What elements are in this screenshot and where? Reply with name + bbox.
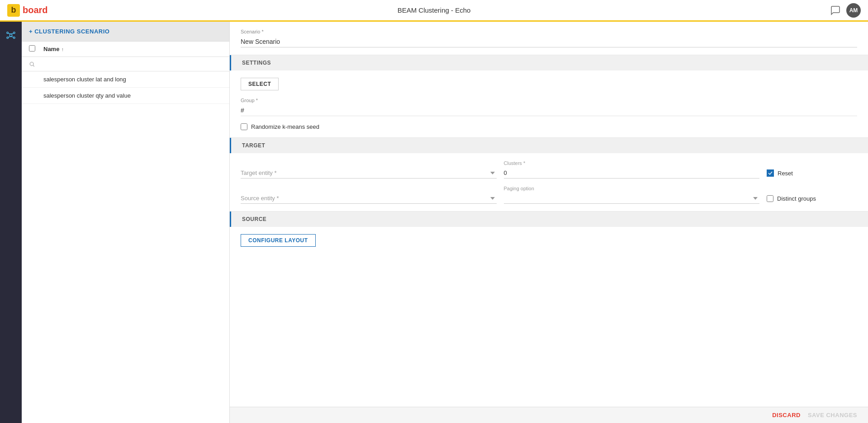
svg-line-7 [8,37,11,38]
scenario-section: Scenario * [230,22,868,55]
main-layout: + CLUSTERING SCENARIO Name ↑ sale [0,22,868,423]
clusters-input[interactable] [504,168,760,179]
list-item[interactable]: salesperson cluster lat and long [22,71,229,88]
list-item[interactable]: salesperson cluster qty and value [22,88,229,104]
page-title: BEAM Clustering - Echo [398,6,471,14]
paging-option-field: Paging option [504,186,760,204]
svg-line-10 [33,65,34,66]
target-row2: Source entity * Paging option Distinct g… [241,186,857,204]
select-all-checkbox[interactable] [29,45,35,52]
group-value: # [241,105,857,116]
svg-point-0 [9,34,12,37]
target-row1: Target entity * Clusters * Reset [241,160,857,179]
top-bar-actions: AM [830,3,861,18]
svg-line-5 [8,33,11,34]
target-entity-field: Target entity * [241,168,497,179]
sort-arrow-icon: ↑ [61,47,64,52]
save-changes-button[interactable]: SAVE CHANGES [808,412,857,418]
top-bar: b board BEAM Clustering - Echo AM [0,0,868,22]
add-clustering-scenario-button[interactable]: + CLUSTERING SCENARIO [29,28,109,35]
target-section: Target entity * Clusters * Reset [230,153,868,212]
distinct-groups-label[interactable]: Distinct groups [777,195,816,202]
chat-icon[interactable] [830,5,841,16]
list-header: Name ↑ [22,42,229,57]
clusters-label: Clusters * [504,160,760,166]
reset-checkbox-checked [767,169,774,177]
target-entity-select[interactable]: Target entity * [241,168,497,179]
left-panel: + CLUSTERING SCENARIO Name ↑ sale [22,22,230,423]
settings-section: SELECT Group * # Randomize k-means seed [230,70,868,138]
source-section: CONFIGURE LAYOUT [230,227,868,407]
settings-section-header: SETTINGS [230,55,868,70]
bottom-bar: DISCARD SAVE CHANGES [230,407,868,423]
logo-text: board [23,5,48,15]
header-checkbox-col [29,45,43,53]
list-items: salesperson cluster lat and long salespe… [22,71,229,423]
search-icon [29,61,35,67]
source-section-header: SOURCE [230,212,868,227]
scenario-label: Scenario * [241,29,857,34]
svg-line-6 [11,33,14,34]
search-row [22,57,229,71]
name-column-header[interactable]: Name ↑ [43,46,64,52]
target-section-header: TARGET [230,138,868,153]
search-input[interactable] [38,60,222,68]
logo: b board [7,4,48,17]
configure-layout-button[interactable]: CONFIGURE LAYOUT [241,234,316,247]
sidebar-icons [0,22,22,423]
reset-row: Reset [767,169,857,179]
right-panel: Scenario * SETTINGS SELECT Group * # Ran… [230,22,868,423]
source-entity-field: Source entity * [241,193,497,204]
logo-b-icon: b [7,4,20,17]
reset-label[interactable]: Reset [778,170,793,177]
scenario-input[interactable] [241,36,857,47]
svg-point-9 [30,62,33,66]
svg-line-8 [11,37,14,38]
left-panel-toolbar: + CLUSTERING SCENARIO [22,22,229,42]
discard-button[interactable]: DISCARD [772,412,801,418]
randomize-label[interactable]: Randomize k-means seed [251,123,319,130]
randomize-checkbox[interactable] [241,123,247,130]
distinct-groups-checkbox[interactable] [767,195,773,202]
randomize-row: Randomize k-means seed [241,123,857,130]
paging-option-label: Paging option [504,186,760,191]
avatar[interactable]: AM [846,3,861,18]
source-entity-select[interactable]: Source entity * [241,193,497,204]
distinct-groups-row: Distinct groups [767,195,857,204]
sidebar-clustering-icon[interactable] [3,27,19,43]
group-label: Group * [241,98,857,103]
search-wrap [29,60,222,68]
select-button[interactable]: SELECT [241,78,279,90]
paging-option-select[interactable] [504,193,760,204]
clusters-field: Clusters * [504,160,760,179]
